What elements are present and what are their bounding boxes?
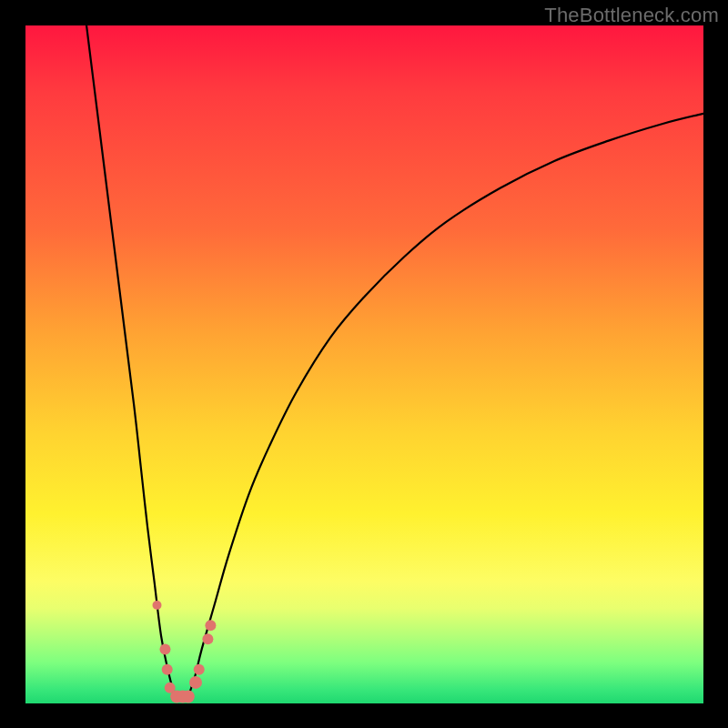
marker-layer — [153, 601, 217, 703]
bottleneck-marker — [182, 691, 195, 703]
bottleneck-marker — [162, 664, 173, 675]
right-limb-path — [188, 114, 703, 697]
bottleneck-marker — [159, 643, 170, 654]
bottleneck-marker — [153, 601, 162, 610]
curve-layer — [86, 25, 703, 697]
bottleneck-marker — [202, 633, 213, 644]
bottleneck-marker — [189, 676, 202, 689]
bottleneck-marker — [205, 620, 216, 631]
bottleneck-marker — [194, 664, 205, 675]
left-limb-path — [86, 25, 175, 697]
bottleneck-chart — [0, 0, 728, 728]
chart-frame: TheBottleneck.com — [0, 0, 728, 728]
